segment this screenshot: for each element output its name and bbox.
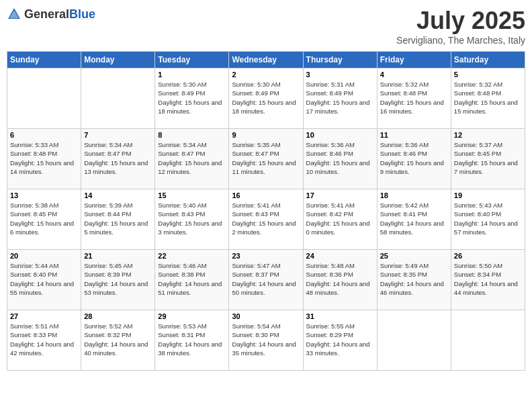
day-info: Sunrise: 5:30 AM Sunset: 8:49 PM Dayligh… (158, 80, 226, 116)
logo: GeneralBlue (7, 7, 95, 21)
day-number: 24 (306, 252, 374, 260)
day-info: Sunrise: 5:48 AM Sunset: 8:36 PM Dayligh… (306, 261, 374, 297)
day-info: Sunrise: 5:33 AM Sunset: 8:48 PM Dayligh… (10, 140, 78, 176)
calendar-cell: 7Sunrise: 5:34 AM Sunset: 8:47 PM Daylig… (81, 129, 155, 189)
location-subtitle: Servigliano, The Marches, Italy (396, 35, 525, 46)
day-number: 6 (10, 131, 78, 139)
logo-icon (7, 7, 21, 21)
calendar-cell: 9Sunrise: 5:35 AM Sunset: 8:47 PM Daylig… (229, 129, 303, 189)
day-info: Sunrise: 5:39 AM Sunset: 8:44 PM Dayligh… (84, 201, 152, 236)
calendar-cell: 15Sunrise: 5:40 AM Sunset: 8:43 PM Dayli… (155, 189, 229, 250)
calendar-cell: 27Sunrise: 5:51 AM Sunset: 8:33 PM Dayli… (7, 310, 81, 371)
calendar-cell: 29Sunrise: 5:53 AM Sunset: 8:31 PM Dayli… (155, 310, 229, 371)
day-info: Sunrise: 5:51 AM Sunset: 8:33 PM Dayligh… (10, 322, 78, 357)
day-info: Sunrise: 5:35 AM Sunset: 8:47 PM Dayligh… (232, 140, 300, 176)
day-info: Sunrise: 5:52 AM Sunset: 8:32 PM Dayligh… (84, 322, 152, 357)
logo-general: General (24, 7, 69, 21)
day-number: 21 (84, 252, 152, 260)
day-number: 12 (454, 131, 522, 139)
day-info: Sunrise: 5:53 AM Sunset: 8:31 PM Dayligh… (158, 322, 226, 357)
day-info: Sunrise: 5:54 AM Sunset: 8:30 PM Dayligh… (232, 322, 300, 357)
calendar-week-4: 20Sunrise: 5:44 AM Sunset: 8:40 PM Dayli… (7, 250, 525, 310)
calendar-cell: 21Sunrise: 5:45 AM Sunset: 8:39 PM Dayli… (81, 250, 155, 310)
day-number: 28 (84, 312, 152, 320)
calendar-cell: 12Sunrise: 5:37 AM Sunset: 8:45 PM Dayli… (451, 129, 525, 189)
calendar-header-row: SundayMondayTuesdayWednesdayThursdayFrid… (7, 52, 525, 68)
calendar-cell: 28Sunrise: 5:52 AM Sunset: 8:32 PM Dayli… (81, 310, 155, 371)
calendar-cell (7, 68, 81, 129)
calendar-cell: 19Sunrise: 5:43 AM Sunset: 8:40 PM Dayli… (451, 189, 525, 250)
day-number: 27 (10, 312, 78, 320)
day-info: Sunrise: 5:47 AM Sunset: 8:37 PM Dayligh… (232, 261, 300, 297)
day-info: Sunrise: 5:43 AM Sunset: 8:40 PM Dayligh… (454, 201, 522, 236)
calendar-header-friday: Friday (377, 52, 451, 68)
calendar-cell: 30Sunrise: 5:54 AM Sunset: 8:30 PM Dayli… (229, 310, 303, 371)
logo-text: GeneralBlue (24, 7, 95, 21)
calendar-cell: 26Sunrise: 5:50 AM Sunset: 8:34 PM Dayli… (451, 250, 525, 310)
day-number: 13 (10, 191, 78, 199)
calendar-cell (377, 310, 451, 371)
calendar-header-wednesday: Wednesday (229, 52, 303, 68)
calendar-cell: 3Sunrise: 5:31 AM Sunset: 8:49 PM Daylig… (303, 68, 377, 129)
day-info: Sunrise: 5:32 AM Sunset: 8:48 PM Dayligh… (454, 80, 522, 116)
calendar-week-1: 1Sunrise: 5:30 AM Sunset: 8:49 PM Daylig… (7, 68, 525, 129)
calendar-cell: 25Sunrise: 5:49 AM Sunset: 8:35 PM Dayli… (377, 250, 451, 310)
day-number: 7 (84, 131, 152, 139)
day-number: 9 (232, 131, 300, 139)
month-title: July 2025 (396, 7, 525, 35)
calendar-cell: 18Sunrise: 5:42 AM Sunset: 8:41 PM Dayli… (377, 189, 451, 250)
day-number: 25 (380, 252, 448, 260)
day-number: 2 (232, 71, 300, 79)
day-info: Sunrise: 5:46 AM Sunset: 8:38 PM Dayligh… (158, 261, 226, 297)
calendar-cell: 5Sunrise: 5:32 AM Sunset: 8:48 PM Daylig… (451, 68, 525, 129)
day-info: Sunrise: 5:31 AM Sunset: 8:49 PM Dayligh… (306, 80, 374, 116)
logo-blue: Blue (69, 7, 95, 21)
calendar-cell: 24Sunrise: 5:48 AM Sunset: 8:36 PM Dayli… (303, 250, 377, 310)
day-number: 22 (158, 252, 226, 260)
day-info: Sunrise: 5:32 AM Sunset: 8:48 PM Dayligh… (380, 80, 448, 116)
calendar-cell: 11Sunrise: 5:36 AM Sunset: 8:46 PM Dayli… (377, 129, 451, 189)
day-info: Sunrise: 5:34 AM Sunset: 8:47 PM Dayligh… (84, 140, 152, 176)
day-number: 17 (306, 191, 374, 199)
day-number: 31 (306, 312, 374, 320)
day-number: 10 (306, 131, 374, 139)
day-number: 26 (454, 252, 522, 260)
calendar-header-sunday: Sunday (7, 52, 81, 68)
day-number: 30 (232, 312, 300, 320)
calendar-header-saturday: Saturday (451, 52, 525, 68)
day-info: Sunrise: 5:41 AM Sunset: 8:42 PM Dayligh… (306, 201, 374, 236)
day-number: 3 (306, 71, 374, 79)
day-number: 18 (380, 191, 448, 199)
day-number: 14 (84, 191, 152, 199)
calendar-cell: 6Sunrise: 5:33 AM Sunset: 8:48 PM Daylig… (7, 129, 81, 189)
calendar-cell: 10Sunrise: 5:36 AM Sunset: 8:46 PM Dayli… (303, 129, 377, 189)
day-info: Sunrise: 5:37 AM Sunset: 8:45 PM Dayligh… (454, 140, 522, 176)
day-info: Sunrise: 5:40 AM Sunset: 8:43 PM Dayligh… (158, 201, 226, 236)
day-info: Sunrise: 5:30 AM Sunset: 8:49 PM Dayligh… (232, 80, 300, 116)
calendar-cell: 1Sunrise: 5:30 AM Sunset: 8:49 PM Daylig… (155, 68, 229, 129)
day-number: 15 (158, 191, 226, 199)
day-number: 23 (232, 252, 300, 260)
calendar-cell: 17Sunrise: 5:41 AM Sunset: 8:42 PM Dayli… (303, 189, 377, 250)
day-info: Sunrise: 5:55 AM Sunset: 8:29 PM Dayligh… (306, 322, 374, 357)
calendar-cell: 13Sunrise: 5:38 AM Sunset: 8:45 PM Dayli… (7, 189, 81, 250)
calendar-week-3: 13Sunrise: 5:38 AM Sunset: 8:45 PM Dayli… (7, 189, 525, 250)
day-number: 20 (10, 252, 78, 260)
day-number: 19 (454, 191, 522, 199)
day-number: 8 (158, 131, 226, 139)
page-header: GeneralBlue July 2025 Servigliano, The M… (7, 7, 525, 46)
day-info: Sunrise: 5:36 AM Sunset: 8:46 PM Dayligh… (380, 140, 448, 176)
day-info: Sunrise: 5:41 AM Sunset: 8:43 PM Dayligh… (232, 201, 300, 236)
day-number: 1 (158, 71, 226, 79)
calendar-cell: 16Sunrise: 5:41 AM Sunset: 8:43 PM Dayli… (229, 189, 303, 250)
calendar-cell: 2Sunrise: 5:30 AM Sunset: 8:49 PM Daylig… (229, 68, 303, 129)
calendar-cell: 8Sunrise: 5:34 AM Sunset: 8:47 PM Daylig… (155, 129, 229, 189)
day-info: Sunrise: 5:36 AM Sunset: 8:46 PM Dayligh… (306, 140, 374, 176)
calendar-cell: 31Sunrise: 5:55 AM Sunset: 8:29 PM Dayli… (303, 310, 377, 371)
calendar-cell: 22Sunrise: 5:46 AM Sunset: 8:38 PM Dayli… (155, 250, 229, 310)
day-number: 16 (232, 191, 300, 199)
day-number: 4 (380, 71, 448, 79)
day-info: Sunrise: 5:42 AM Sunset: 8:41 PM Dayligh… (380, 201, 448, 236)
day-info: Sunrise: 5:44 AM Sunset: 8:40 PM Dayligh… (10, 261, 78, 297)
day-number: 11 (380, 131, 448, 139)
